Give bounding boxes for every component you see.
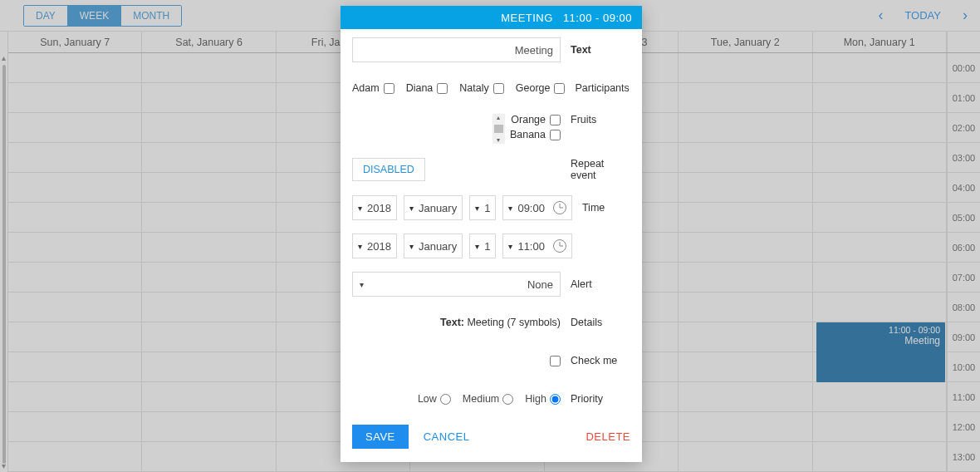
end-month-select[interactable]: ▾January — [404, 234, 463, 258]
clock-icon — [553, 201, 566, 214]
alert-value: None — [527, 278, 553, 291]
label-repeat: Repeat event — [571, 158, 630, 181]
priority-low[interactable]: Low — [418, 393, 451, 405]
chevron-down-icon: ▾ — [409, 204, 414, 213]
participant-george[interactable]: George — [516, 82, 566, 94]
label-fruits: Fruits — [571, 114, 630, 125]
chevron-down-icon: ▾ — [409, 242, 414, 251]
delete-button[interactable]: DELETE — [586, 430, 630, 443]
save-button[interactable]: SAVE — [352, 425, 409, 449]
chevron-down-icon: ▾ — [508, 204, 512, 213]
chevron-down-icon: ▾ — [360, 280, 364, 289]
details-readout: Text: Meeting (7 symbols) — [352, 317, 561, 328]
fruit-orange[interactable]: Orange — [511, 114, 561, 125]
scroll-down-icon[interactable]: ▾ — [497, 136, 500, 144]
label-participants: Participants — [575, 82, 630, 94]
scrollbar-thumb[interactable] — [494, 125, 503, 133]
label-alert: Alert — [571, 278, 630, 290]
label-details: Details — [571, 317, 630, 328]
start-time-select[interactable]: ▾09:00 — [502, 195, 572, 220]
chevron-down-icon: ▾ — [358, 242, 362, 251]
modal-time-range: 11:00 - 09:00 — [563, 12, 632, 24]
priority-medium[interactable]: Medium — [463, 393, 513, 405]
participant-nataly[interactable]: Nataly — [459, 82, 503, 94]
priority-high[interactable]: High — [525, 393, 561, 405]
cancel-button[interactable]: CANCEL — [424, 430, 470, 443]
fruits-scrollbar[interactable]: ▴▾ — [492, 114, 505, 144]
chevron-down-icon: ▾ — [508, 242, 512, 251]
fruit-banana[interactable]: Banana — [510, 129, 561, 140]
start-year-select[interactable]: ▾2018 — [352, 195, 397, 220]
end-year-select[interactable]: ▾2018 — [352, 234, 397, 258]
start-month-select[interactable]: ▾January — [404, 195, 463, 220]
end-day-select[interactable]: ▾1 — [469, 234, 496, 258]
check-me[interactable] — [550, 356, 561, 366]
modal-title: MEETING — [501, 12, 553, 24]
label-checkme: Check me — [571, 355, 630, 366]
scroll-up-icon[interactable]: ▴ — [497, 114, 500, 121]
chevron-down-icon: ▾ — [475, 204, 479, 213]
event-text-input[interactable] — [352, 37, 561, 62]
clock-icon — [553, 239, 566, 253]
modal-header: MEETING 11:00 - 09:00 — [341, 6, 642, 29]
label-priority: Priority — [571, 393, 630, 405]
chevron-down-icon: ▾ — [475, 242, 479, 251]
repeat-disabled-button[interactable]: DISABLED — [352, 158, 425, 181]
label-text: Text — [571, 44, 630, 56]
label-time: Time — [582, 202, 630, 214]
end-time-select[interactable]: ▾11:00 — [502, 234, 572, 258]
modal-footer: SAVE CANCEL DELETE — [341, 425, 642, 462]
alert-select[interactable]: ▾ None — [352, 272, 561, 297]
start-day-select[interactable]: ▾1 — [469, 195, 496, 220]
event-editor-modal: MEETING 11:00 - 09:00 Text Adam Diana Na… — [341, 6, 642, 462]
chevron-down-icon: ▾ — [358, 204, 362, 213]
participant-adam[interactable]: Adam — [352, 82, 394, 94]
participant-diana[interactable]: Diana — [406, 82, 448, 94]
